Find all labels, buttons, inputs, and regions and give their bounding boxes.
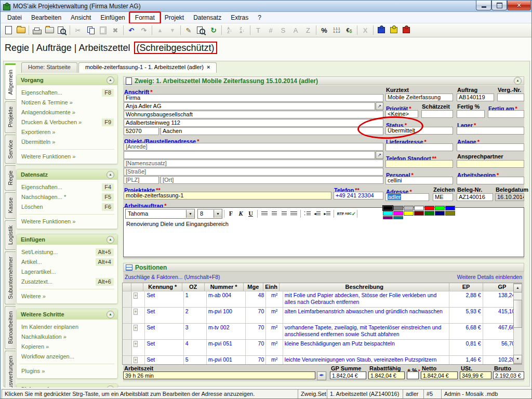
menu-datensatz[interactable]: Datensatz: [189, 13, 226, 22]
expand-row-icon[interactable]: +: [134, 341, 137, 347]
tab-close-icon[interactable]: ×: [207, 64, 210, 70]
side-tab-subunternehmer[interactable]: Subunternehmer: [5, 251, 16, 304]
expand-row-icon[interactable]: +: [134, 309, 137, 315]
col-oz[interactable]: OZ: [182, 283, 205, 291]
kurztext-field[interactable]: Mobile Zeiterfassung: [385, 94, 453, 101]
collapse-icon[interactable]: ▲: [107, 171, 114, 179]
table-row[interactable]: + Set3 m-tv 00270 m²vorhandene Tapete, z…: [123, 324, 522, 340]
tab-home[interactable]: Home: Startseite: [21, 62, 77, 73]
maximize-button[interactable]: [491, 1, 507, 10]
sidebar-item-set-leistung[interactable]: Set/Leistung...Alt+5: [17, 247, 117, 257]
address-lookup-button[interactable]: ↗: [376, 102, 383, 110]
cut-icon[interactable]: ✂: [72, 24, 84, 36]
col-ep[interactable]: EP: [449, 283, 483, 291]
menu-bearbeiten[interactable]: Bearbeiten: [26, 13, 66, 22]
sidebar-item-kopieren[interactable]: Kopieren »: [17, 342, 117, 352]
sidebar-item-artikel[interactable]: Artikel...Alt+4: [17, 257, 117, 267]
align-justify-icon[interactable]: [289, 209, 299, 218]
format-text-icon[interactable]: T: [252, 24, 264, 36]
collapse-zweig-icon[interactable]: ▲: [514, 77, 522, 85]
color-swatch[interactable]: [445, 206, 455, 210]
scroll-up-icon[interactable]: ▲: [513, 284, 522, 292]
scroll-down-icon[interactable]: ▼: [513, 355, 522, 364]
color-swatch[interactable]: [393, 211, 403, 216]
indent-icon[interactable]: ▸: [322, 209, 332, 218]
arbeitszeit-field[interactable]: 39 h 26 min: [123, 371, 315, 379]
print-preview-icon[interactable]: [56, 24, 68, 36]
sort-az-icon[interactable]: AZ↓: [223, 24, 236, 36]
anlage-field[interactable]: [457, 143, 524, 151]
lookup-icon[interactable]: [195, 24, 207, 36]
sort-za-icon[interactable]: ZA↓: [236, 24, 248, 36]
plugin-blue-icon[interactable]: [375, 24, 388, 36]
objekt-lookup-button[interactable]: ↗: [376, 151, 383, 159]
chevron-down-icon[interactable]: ▼: [186, 210, 194, 218]
font-size-select[interactable]: 8▼: [197, 209, 222, 219]
side-tab-allgemein[interactable]: Allgemein: [5, 63, 16, 100]
move-up-icon[interactable]: ▲: [154, 24, 166, 36]
objekt-strasse-field[interactable]: [Straße]: [124, 168, 383, 176]
print-icon[interactable]: [31, 24, 43, 36]
menu-datei[interactable]: Datei: [3, 13, 26, 22]
table-row[interactable]: + Set1 m-ab 00448 m²mit Folie und Papier…: [123, 291, 522, 308]
close-button[interactable]: ✕: [507, 1, 531, 10]
sidebar-item-loeschen[interactable]: LöschenF6: [17, 202, 117, 212]
stopwatch-pen-button[interactable]: ✒: [317, 371, 326, 380]
format-s-icon[interactable]: S: [277, 24, 289, 36]
underline-button[interactable]: U: [246, 209, 256, 218]
anschrift-plz-field[interactable]: 52070: [124, 127, 159, 135]
numbering-icon[interactable]: 1.1.11.1.2: [330, 24, 343, 36]
telefon-standort-field[interactable]: [385, 160, 453, 168]
color-swatch[interactable]: [383, 206, 393, 210]
new-document-icon[interactable]: [2, 24, 15, 36]
color-swatch[interactable]: [435, 211, 445, 216]
currency-icon[interactable]: €$: [343, 24, 355, 36]
sidebar-item-nachschlagen[interactable]: Nachschlagen... *F5: [17, 192, 117, 202]
side-tab-regie[interactable]: Regie: [5, 165, 16, 191]
color-swatch[interactable]: [435, 206, 445, 210]
menu-format-annotated[interactable]: Format: [130, 12, 160, 23]
chevron-down-icon[interactable]: ▼: [214, 210, 222, 218]
format-a-icon[interactable]: A: [289, 24, 302, 36]
sidebar-item-drucken[interactable]: Drucken & Verbuchen »F9: [17, 117, 117, 127]
col-mge[interactable]: Mge: [244, 283, 263, 291]
anschrift-line1-field[interactable]: Firma: [124, 94, 383, 102]
color-swatch[interactable]: [404, 206, 414, 210]
plugin-red-icon[interactable]: [400, 24, 413, 36]
weitere-details-link[interactable]: Weitere Details einblenden: [457, 274, 522, 280]
italic-button[interactable]: K: [236, 209, 246, 218]
align-right-icon[interactable]: [279, 209, 289, 218]
col-kennung[interactable]: Kennung *: [143, 283, 182, 291]
pct-field[interactable]: [407, 371, 419, 379]
align-center-icon[interactable]: [269, 209, 279, 218]
col-einh[interactable]: Einh: [263, 283, 280, 291]
print-form-icon[interactable]: [43, 24, 56, 36]
menu-projekt[interactable]: Projekt: [160, 13, 189, 22]
auftrag-field[interactable]: AB140119: [457, 94, 494, 101]
format-hash-icon[interactable]: #: [264, 24, 277, 36]
sidebar-item-plugins[interactable]: Plugins »: [17, 366, 117, 376]
rtf-toggle-button[interactable]: RTF: [336, 209, 345, 218]
expand-row-icon[interactable]: +: [134, 357, 137, 363]
menu-ansicht[interactable]: Ansicht: [66, 13, 96, 22]
font-select[interactable]: Tahoma▼: [125, 209, 195, 219]
scrollbar-thumb[interactable]: [513, 300, 522, 328]
color-swatch[interactable]: [424, 211, 434, 216]
sidebar-item-workflow[interactable]: Workflow anzeigen...: [17, 352, 117, 362]
collapse-icon[interactable]: ▲: [107, 76, 114, 84]
sidebar-item-eigenschaften-vorgang[interactable]: Eigenschaften...F8: [17, 88, 117, 98]
open-folder-icon[interactable]: [15, 24, 27, 36]
anschrift-strasse-field[interactable]: Adalbertsteinweg 112: [124, 119, 383, 127]
color-swatch[interactable]: [424, 206, 434, 210]
verg-nr-field[interactable]: [497, 94, 524, 101]
side-tab-bueroarbeiten[interactable]: Büroarbeiten: [5, 306, 16, 349]
sidebar-item-eigenschaften-datensatz[interactable]: Eigenschaften...F4: [17, 182, 117, 192]
spellcheck-button[interactable]: ABC✓: [345, 209, 355, 218]
undo-icon[interactable]: ↶: [125, 24, 138, 36]
minimize-button[interactable]: [476, 1, 491, 10]
color-swatch[interactable]: [383, 211, 393, 216]
table-row[interactable]: + Set5 m-pvi 00170 m²leichte Verunreinig…: [123, 356, 522, 365]
color-swatch[interactable]: [414, 206, 424, 210]
table-scrollbar[interactable]: ▲ ▼: [513, 283, 522, 364]
paste-icon[interactable]: [97, 24, 109, 36]
